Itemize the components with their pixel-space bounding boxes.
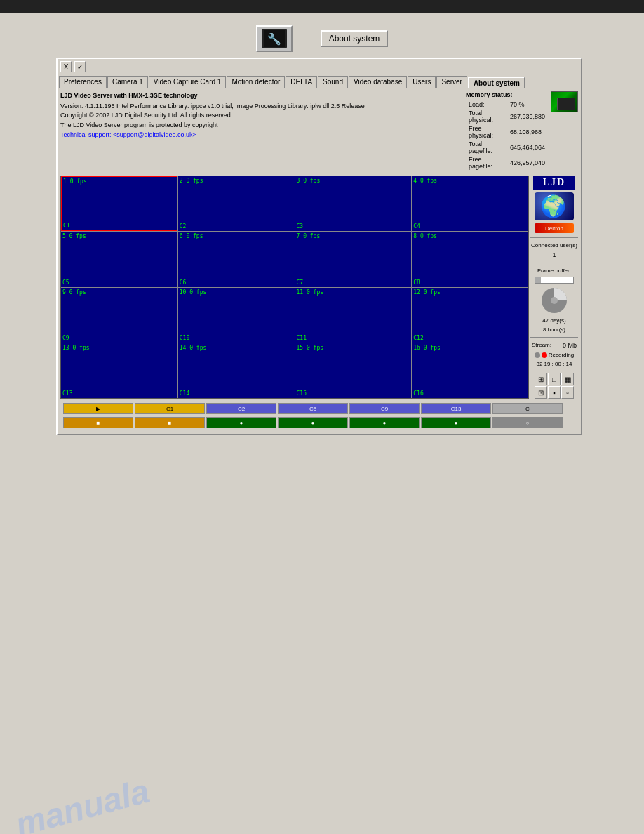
tab-server[interactable]: Server	[436, 76, 467, 88]
bottom-btn-row2-3[interactable]: ●	[278, 417, 348, 428]
info-line1: LJD Video Server with HMX-1.3SE technolo…	[60, 91, 463, 100]
free-physical-label: Free physical:	[467, 125, 507, 139]
free-physical-value: 68,108,968	[509, 125, 546, 139]
camera-cell-13[interactable]: 13 0 fpsC13	[61, 343, 177, 398]
bottom-btn-row2-4[interactable]: ●	[349, 417, 420, 428]
camera-cell-14[interactable]: 14 0 fpsC14	[178, 343, 295, 398]
svg-text:🔧: 🔧	[267, 32, 281, 46]
camera-section: 1 0 fpsC12 0 fpsC23 0 fpsC34 0 fpsC45 0 …	[58, 174, 581, 400]
load-value: 70 %	[509, 101, 546, 108]
tab-about[interactable]: About system	[468, 77, 525, 88]
grid-1-icon[interactable]: □	[548, 373, 561, 385]
camera-top-label-7: 7 0 fps	[297, 233, 410, 239]
camera-top-label-14: 14 0 fps	[180, 345, 293, 351]
bottom-btn-row1-5[interactable]: C13	[421, 403, 491, 414]
title-bar: X ✓	[58, 59, 581, 74]
logo-icon: 🔧	[262, 29, 287, 48]
pie-chart	[540, 286, 568, 315]
tab-video_db[interactable]: Video database	[349, 76, 407, 88]
bottom-btn-row1-3[interactable]: C5	[278, 403, 348, 414]
camera-top-label-15: 15 0 fps	[297, 345, 410, 351]
camera-cell-5[interactable]: 5 0 fpsC5	[61, 232, 177, 286]
bottom-btn-row1-6[interactable]: C	[492, 403, 563, 414]
camera-id-label-10: C10	[180, 335, 189, 341]
bottom-controls: ▶C1C2C5C9C13C ■■●●●●○	[58, 400, 581, 431]
about-system-button[interactable]: About system	[321, 30, 389, 47]
total-physical-value: 267,939,880	[509, 110, 546, 124]
right-panel: LJD Deltron Connected user(s) 1 Frame bu…	[530, 176, 578, 399]
camera-top-label-9: 9 0 fps	[62, 289, 176, 296]
bottom-btn-row2-6[interactable]: ○	[492, 417, 563, 428]
camera-id-label-6: C6	[180, 279, 187, 286]
camera-cell-4[interactable]: 4 0 fpsC4	[412, 176, 528, 231]
stream-label: Stream:	[532, 342, 551, 349]
bottom-btn-row1-4[interactable]: C9	[349, 403, 420, 414]
tab-camera1[interactable]: Camera 1	[107, 76, 148, 88]
bottom-btn-row2-1[interactable]: ■	[135, 417, 205, 428]
grid-16-icon[interactable]: ▪	[548, 386, 561, 399]
camera-id-label-8: C8	[413, 279, 420, 286]
camera-cell-15[interactable]: 15 0 fpsC15	[295, 343, 412, 398]
bottom-btn-row2-2[interactable]: ●	[206, 417, 276, 428]
tab-sound[interactable]: Sound	[318, 76, 348, 88]
camera-cell-2[interactable]: 2 0 fpsC2	[178, 176, 295, 231]
bottom-btn-row1-1[interactable]: C1	[135, 403, 205, 414]
stream-value: 0 Mb	[563, 342, 577, 349]
tab-motion[interactable]: Motion detector	[227, 76, 285, 88]
grid-list-icon[interactable]: ▦	[561, 373, 574, 385]
camera-id-label-14: C14	[180, 390, 189, 397]
camera-cell-10[interactable]: 10 0 fpsC10	[178, 288, 295, 343]
top-bar	[0, 0, 644, 13]
chip-image	[551, 91, 578, 112]
camera-cell-6[interactable]: 6 0 fpsC6	[178, 232, 295, 286]
logo-button[interactable]: 🔧	[256, 25, 293, 52]
camera-cell-12[interactable]: 12 0 fpsC12	[412, 288, 528, 343]
ok-button[interactable]: ✓	[74, 61, 86, 72]
bottom-btn-row2-0[interactable]: ■	[63, 417, 133, 428]
camera-id-label-11: C11	[297, 335, 307, 341]
close-button[interactable]: X	[60, 61, 72, 72]
camera-id-label-2: C2	[180, 223, 187, 230]
camera-cell-1[interactable]: 1 0 fpsC1	[61, 176, 177, 231]
tab-video_capture[interactable]: Video Capture Card 1	[149, 76, 227, 88]
frame-buffer-label: Frame buffer:	[537, 267, 571, 274]
camera-top-label-8: 8 0 fps	[413, 233, 527, 239]
camera-top-label-13: 13 0 fps	[62, 345, 176, 351]
pie-label-hours: 8 hour(s)	[543, 326, 565, 333]
memory-table: Load: 70 % Total physical: 267,939,880 F…	[466, 100, 548, 171]
camera-id-label-5: C5	[62, 279, 69, 286]
camera-cell-7[interactable]: 7 0 fpsC7	[295, 232, 412, 286]
tabs-container: PreferencesCamera 1Video Capture Card 1M…	[58, 74, 581, 88]
info-line4: The LJD Video Server program is protecte…	[60, 121, 463, 130]
free-pagefile-value: 426,957,040	[509, 156, 546, 170]
bottom-btn-row2-5[interactable]: ●	[421, 417, 491, 428]
camera-cell-11[interactable]: 11 0 fpsC11	[295, 288, 412, 343]
bottom-btn-row1-0[interactable]: ▶	[63, 403, 133, 414]
grid-4-icon[interactable]: ⊞	[535, 373, 547, 385]
info-line2: Version: 4.1.11.195 Intel Performance Li…	[60, 102, 463, 111]
bottom-row1: ▶C1C2C5C9C13C	[60, 402, 578, 416]
bottom-btn-row1-2[interactable]: C2	[206, 403, 276, 414]
camera-id-label-15: C15	[297, 390, 307, 397]
frame-buffer-bar	[535, 277, 574, 284]
grid-9-icon[interactable]: ⊡	[535, 386, 547, 399]
bottom-row2: ■■●●●●○	[60, 416, 578, 430]
memory-title: Memory status:	[466, 91, 548, 98]
rec-count: 32	[537, 361, 543, 367]
camera-cell-16[interactable]: 16 0 fpsC16	[412, 343, 528, 398]
header-area: 🔧 About system	[0, 18, 644, 58]
grid-custom-icon[interactable]: ▫	[561, 386, 574, 399]
camera-cell-8[interactable]: 8 0 fpsC8	[412, 232, 528, 286]
camera-top-label-3: 3 0 fps	[297, 178, 410, 184]
main-window: X ✓ PreferencesCamera 1Video Capture Car…	[56, 58, 582, 435]
tab-users[interactable]: Users	[408, 76, 436, 88]
tab-delta[interactable]: DELTA	[286, 76, 317, 88]
camera-top-label-11: 11 0 fps	[297, 289, 410, 296]
ljd-logo: LJD	[533, 176, 575, 190]
watermark: manuala	[11, 772, 153, 834]
camera-cell-9[interactable]: 9 0 fpsC9	[61, 288, 177, 343]
camera-cell-3[interactable]: 3 0 fpsC3	[295, 176, 412, 231]
recording-label: Recording	[549, 352, 574, 358]
tab-preferences[interactable]: Preferences	[59, 76, 107, 88]
camera-id-label-12: C12	[413, 335, 423, 341]
